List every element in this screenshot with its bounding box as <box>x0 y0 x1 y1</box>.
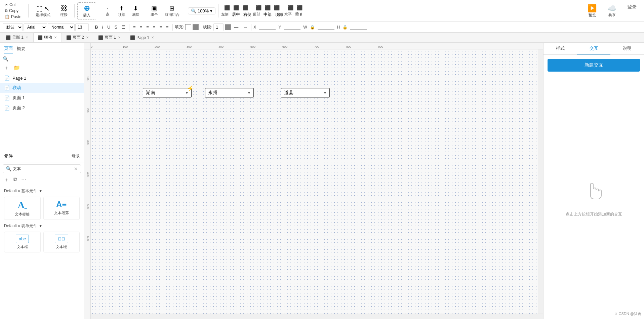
line-width-input[interactable] <box>213 23 224 31</box>
page-active-icon: 📄 <box>4 85 10 90</box>
h-input[interactable] <box>350 25 367 30</box>
underline-button[interactable]: U <box>106 24 112 30</box>
new-interaction-button[interactable]: 新建交互 <box>548 59 640 72</box>
line-style-btn2[interactable]: → <box>241 24 249 30</box>
cursor-icon: ↖ <box>44 4 50 12</box>
copy-icon: ⧉ <box>5 8 8 13</box>
elements-search-input[interactable] <box>13 166 73 171</box>
italic-button[interactable]: I <box>100 24 105 30</box>
fill-color-box[interactable] <box>185 24 191 30</box>
add-page-button[interactable]: ＋ <box>3 64 11 72</box>
font-style-select[interactable]: Normal <box>48 23 75 31</box>
zoom-control[interactable]: 🔍 100% ▾ <box>188 7 215 14</box>
copy-button[interactable]: ⧉ Copy <box>3 8 23 13</box>
right-tab-interact[interactable]: 交互 <box>577 43 611 54</box>
dropdown-daoxian[interactable]: 道县 ▼ <box>281 88 330 97</box>
outline-tab[interactable]: 概要 <box>17 44 26 53</box>
element-text-area[interactable]: ⊟⊟ 文本域 <box>43 232 80 252</box>
pages-tab[interactable]: 页面 <box>4 44 13 53</box>
top-layer-button[interactable]: ⬆ 顶部 <box>115 3 128 18</box>
tab-page2[interactable]: ⬛ 页面 2 ✕ <box>62 33 94 42</box>
tab-page1-en-close[interactable]: ✕ <box>151 36 155 39</box>
page-item-page1-zh[interactable]: 📄 页面 1 <box>0 93 84 103</box>
align-group: ⬛ ⬛ ⬛ 左侧 居中 右侧 <box>221 4 251 17</box>
text-align-left-button[interactable]: ≡ <box>131 24 137 30</box>
pages-search-icon: 🔍 <box>3 56 8 62</box>
tab-liandong-close[interactable]: ✕ <box>53 36 57 39</box>
more-element-button[interactable]: ⋯ <box>20 176 28 184</box>
interaction-hint: 点击上方按钮开始添加新的交互 <box>566 211 622 217</box>
right-tab-style[interactable]: 样式 <box>544 43 577 54</box>
canvas-scrollbar-v[interactable] <box>538 49 543 314</box>
distribute-v-button[interactable]: ⬛ <box>295 4 304 11</box>
strikethrough-button[interactable]: S <box>113 24 119 30</box>
sep5 <box>185 4 185 17</box>
distribute-h-button[interactable]: ⬛ <box>286 4 295 11</box>
login-button[interactable]: 登录 <box>623 3 641 19</box>
line-style-btn1[interactable]: — <box>232 24 240 30</box>
align-left-button[interactable]: ⬛ <box>223 4 231 11</box>
page-item-page1[interactable]: 📄 Page 1 <box>0 73 84 83</box>
dot-button[interactable]: · 点 <box>102 3 114 18</box>
grid-icon: ⬚ <box>36 4 43 12</box>
tab-muban1-close[interactable]: ✕ <box>25 36 29 39</box>
connect-button[interactable]: ⛓ 连接 <box>56 3 72 18</box>
tab-page1[interactable]: ⬛ 页面 1 ✕ <box>94 33 126 42</box>
canvas-content[interactable]: 湖南 ⚡ ▼ 永州 ▼ 道县 ▼ <box>91 49 543 314</box>
add-element-button[interactable]: ＋ <box>3 176 11 184</box>
align-center-button[interactable]: ⬛ <box>232 4 240 11</box>
element-text-paragraph[interactable]: A≡ 文本段落 <box>43 197 80 220</box>
list-button[interactable]: ☰ <box>120 24 127 30</box>
copy-element-button[interactable]: ⧉ <box>12 176 18 184</box>
bold-button[interactable]: B <box>93 24 99 30</box>
select-mode-button[interactable]: ⬚ ↖ 选择模式 <box>31 3 55 19</box>
paste-button[interactable]: 📋 Paste <box>3 14 23 19</box>
align-middle-button[interactable]: ⬛ <box>264 4 272 11</box>
y-coord-input[interactable] <box>284 25 300 30</box>
fill-color-box2[interactable] <box>193 24 199 30</box>
right-tab-explain[interactable]: 说明 <box>610 43 644 54</box>
tab-page2-close[interactable]: ✕ <box>85 36 89 39</box>
page-item-page2-zh[interactable]: 📄 页面 2 <box>0 103 84 113</box>
add-folder-button[interactable]: 📁 <box>12 64 22 72</box>
tab-page1-close[interactable]: ✕ <box>117 36 121 39</box>
bottom-layer-button[interactable]: ⬇ 底层 <box>129 3 142 18</box>
align-top-button[interactable]: ⬛ <box>254 4 263 11</box>
canvas-area: 0 100 200 300 400 500 600 700 800 900 10… <box>84 43 543 319</box>
pages-search-input[interactable] <box>10 56 81 61</box>
element-text-label[interactable]: A_ 文本标签 <box>4 197 41 220</box>
tab-page1-en[interactable]: ⬛ Page 1 ✕ <box>126 33 159 42</box>
ungroup-button[interactable]: ⊞ 取消组合 <box>162 3 182 18</box>
w-input[interactable] <box>318 25 334 30</box>
style-name-select[interactable]: 默认 <box>3 23 23 31</box>
preview-button[interactable]: ▶️ 预览 <box>583 3 601 19</box>
text-indent-button[interactable]: ≡ <box>158 24 164 30</box>
element-text-input[interactable]: abc 文本框 <box>4 232 41 252</box>
canvas-scrollbar-h[interactable] <box>91 314 543 319</box>
share-button[interactable]: ☁️ 共享 <box>603 3 620 19</box>
text-align-justify-button[interactable]: ≡ <box>151 24 157 30</box>
font-family-select[interactable]: Arial <box>24 23 47 31</box>
tab-liandong[interactable]: ⬛ 联动 ✕ <box>33 33 62 42</box>
text-align-center-button[interactable]: ≡ <box>138 24 144 30</box>
elements-search[interactable]: 🔍 ✕ <box>3 164 81 173</box>
x-coord-input[interactable] <box>259 25 276 30</box>
dropdown-hunan[interactable]: 湖南 ⚡ ▼ <box>143 88 192 97</box>
master-button[interactable]: 母版 <box>72 153 80 159</box>
text-outdent-button[interactable]: ≡ <box>164 24 170 30</box>
align-right-button[interactable]: ⬛ <box>241 4 249 11</box>
fill-section: 填充: <box>175 24 199 30</box>
group-button[interactable]: ▣ 组合 <box>148 3 161 18</box>
line-color-box[interactable] <box>225 24 231 30</box>
sep2 <box>74 4 75 17</box>
dropdown-yongzhou[interactable]: 永州 ▼ <box>205 88 254 97</box>
tab-muban1[interactable]: ⬛ 母版 1 ✕ <box>1 33 33 42</box>
cut-button[interactable]: ✂ Cut <box>3 2 23 7</box>
insert-button[interactable]: ⊕ 插入 <box>77 2 96 19</box>
search-clear-button[interactable]: ✕ <box>74 166 78 171</box>
font-size-input[interactable] <box>75 23 89 31</box>
cursor-hand-icon <box>584 178 604 206</box>
text-align-right-button[interactable]: ≡ <box>145 24 151 30</box>
page-item-liandong[interactable]: 📄 联动 <box>0 83 84 93</box>
align-bottom-button[interactable]: ⬛ <box>273 4 281 11</box>
